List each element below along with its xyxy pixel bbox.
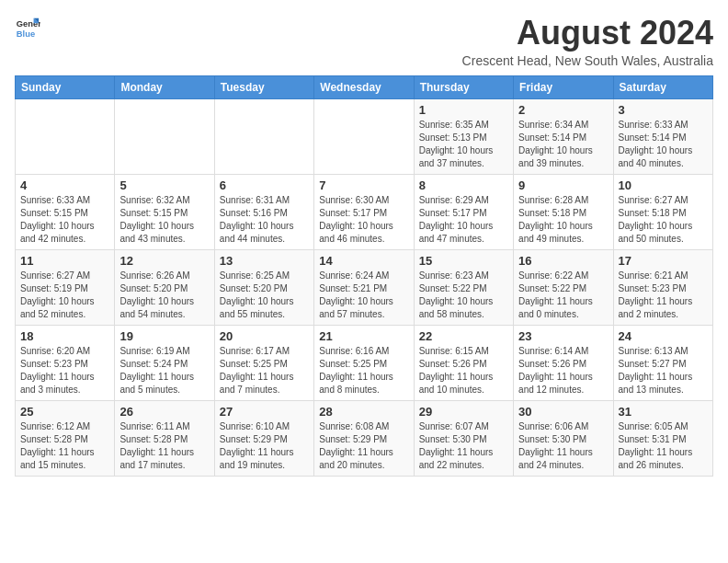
table-row: 13Sunrise: 6:25 AM Sunset: 5:20 PM Dayli… [214, 249, 313, 325]
week-row-0: 1Sunrise: 6:35 AM Sunset: 5:13 PM Daylig… [16, 98, 713, 174]
day-info: Sunrise: 6:19 AM Sunset: 5:24 PM Dayligh… [119, 345, 209, 396]
day-number: 11 [20, 254, 109, 268]
svg-text:Blue: Blue [17, 29, 35, 39]
table-row: 5Sunrise: 6:32 AM Sunset: 5:15 PM Daylig… [115, 174, 214, 249]
day-number: 6 [220, 178, 309, 192]
table-row: 14Sunrise: 6:24 AM Sunset: 5:21 PM Dayli… [314, 249, 414, 325]
day-number: 13 [220, 254, 309, 268]
day-number: 19 [119, 329, 209, 343]
table-row: 23Sunrise: 6:14 AM Sunset: 5:26 PM Dayli… [514, 325, 613, 400]
table-row: 10Sunrise: 6:27 AM Sunset: 5:18 PM Dayli… [613, 174, 712, 249]
week-row-3: 18Sunrise: 6:20 AM Sunset: 5:23 PM Dayli… [16, 325, 713, 400]
day-number: 31 [619, 405, 708, 419]
day-number: 21 [319, 329, 408, 343]
table-row: 17Sunrise: 6:21 AM Sunset: 5:23 PM Dayli… [613, 249, 712, 325]
table-row: 9Sunrise: 6:28 AM Sunset: 5:18 PM Daylig… [514, 174, 613, 249]
table-row: 25Sunrise: 6:12 AM Sunset: 5:28 PM Dayli… [16, 400, 115, 476]
logo-icon: General Blue [15, 15, 40, 40]
table-row: 7Sunrise: 6:30 AM Sunset: 5:17 PM Daylig… [314, 174, 414, 249]
day-info: Sunrise: 6:16 AM Sunset: 5:25 PM Dayligh… [319, 345, 408, 396]
table-row [314, 98, 414, 174]
day-number: 2 [518, 103, 608, 117]
day-number: 23 [518, 329, 608, 343]
table-row: 16Sunrise: 6:22 AM Sunset: 5:22 PM Dayli… [514, 249, 613, 325]
day-info: Sunrise: 6:14 AM Sunset: 5:26 PM Dayligh… [518, 345, 608, 396]
table-row: 12Sunrise: 6:26 AM Sunset: 5:20 PM Dayli… [115, 249, 214, 325]
day-info: Sunrise: 6:05 AM Sunset: 5:31 PM Dayligh… [619, 420, 708, 472]
table-row: 29Sunrise: 6:07 AM Sunset: 5:30 PM Dayli… [414, 400, 513, 476]
table-row: 2Sunrise: 6:34 AM Sunset: 5:14 PM Daylig… [514, 98, 613, 174]
day-number: 5 [119, 178, 209, 192]
day-number: 29 [419, 405, 508, 419]
header: General Blue August 2024 Crescent Head, … [15, 15, 713, 68]
day-number: 14 [319, 254, 408, 268]
table-row [115, 98, 214, 174]
table-row: 18Sunrise: 6:20 AM Sunset: 5:23 PM Dayli… [16, 325, 115, 400]
calendar-table: Sunday Monday Tuesday Wednesday Thursday… [15, 75, 713, 477]
day-info: Sunrise: 6:17 AM Sunset: 5:25 PM Dayligh… [220, 345, 309, 396]
day-info: Sunrise: 6:10 AM Sunset: 5:29 PM Dayligh… [220, 420, 309, 472]
day-number: 26 [119, 405, 209, 419]
header-saturday: Saturday [613, 75, 712, 98]
header-thursday: Thursday [414, 75, 513, 98]
table-row: 11Sunrise: 6:27 AM Sunset: 5:19 PM Dayli… [16, 249, 115, 325]
header-tuesday: Tuesday [214, 75, 313, 98]
table-row: 20Sunrise: 6:17 AM Sunset: 5:25 PM Dayli… [214, 325, 313, 400]
week-row-4: 25Sunrise: 6:12 AM Sunset: 5:28 PM Dayli… [16, 400, 713, 476]
day-info: Sunrise: 6:33 AM Sunset: 5:15 PM Dayligh… [20, 194, 109, 246]
day-info: Sunrise: 6:23 AM Sunset: 5:22 PM Dayligh… [419, 270, 508, 321]
table-row: 26Sunrise: 6:11 AM Sunset: 5:28 PM Dayli… [115, 400, 214, 476]
table-row: 8Sunrise: 6:29 AM Sunset: 5:17 PM Daylig… [414, 174, 513, 249]
table-row: 24Sunrise: 6:13 AM Sunset: 5:27 PM Dayli… [613, 325, 712, 400]
day-info: Sunrise: 6:15 AM Sunset: 5:26 PM Dayligh… [419, 345, 508, 396]
day-number: 9 [518, 178, 608, 192]
logo: General Blue [15, 15, 40, 40]
table-row: 27Sunrise: 6:10 AM Sunset: 5:29 PM Dayli… [214, 400, 313, 476]
day-info: Sunrise: 6:27 AM Sunset: 5:18 PM Dayligh… [619, 194, 708, 246]
day-number: 10 [619, 178, 708, 192]
calendar-subtitle: Crescent Head, New South Wales, Australi… [462, 53, 713, 68]
day-info: Sunrise: 6:13 AM Sunset: 5:27 PM Dayligh… [619, 345, 708, 396]
header-monday: Monday [115, 75, 214, 98]
header-wednesday: Wednesday [314, 75, 414, 98]
calendar-title: August 2024 [462, 15, 713, 52]
day-info: Sunrise: 6:24 AM Sunset: 5:21 PM Dayligh… [319, 270, 408, 321]
day-number: 8 [419, 178, 508, 192]
table-row: 15Sunrise: 6:23 AM Sunset: 5:22 PM Dayli… [414, 249, 513, 325]
table-row [214, 98, 313, 174]
table-row: 1Sunrise: 6:35 AM Sunset: 5:13 PM Daylig… [414, 98, 513, 174]
day-number: 28 [319, 405, 408, 419]
day-number: 12 [119, 254, 209, 268]
day-number: 4 [20, 178, 109, 192]
day-info: Sunrise: 6:33 AM Sunset: 5:14 PM Dayligh… [619, 119, 708, 170]
day-number: 27 [220, 405, 309, 419]
day-info: Sunrise: 6:20 AM Sunset: 5:23 PM Dayligh… [20, 345, 109, 396]
day-info: Sunrise: 6:25 AM Sunset: 5:20 PM Dayligh… [220, 270, 309, 321]
day-info: Sunrise: 6:07 AM Sunset: 5:30 PM Dayligh… [419, 420, 508, 472]
day-info: Sunrise: 6:31 AM Sunset: 5:16 PM Dayligh… [220, 194, 309, 246]
day-number: 15 [419, 254, 508, 268]
week-row-2: 11Sunrise: 6:27 AM Sunset: 5:19 PM Dayli… [16, 249, 713, 325]
day-info: Sunrise: 6:32 AM Sunset: 5:15 PM Dayligh… [119, 194, 209, 246]
table-row [16, 98, 115, 174]
day-info: Sunrise: 6:22 AM Sunset: 5:22 PM Dayligh… [518, 270, 608, 321]
table-row: 30Sunrise: 6:06 AM Sunset: 5:30 PM Dayli… [514, 400, 613, 476]
table-row: 4Sunrise: 6:33 AM Sunset: 5:15 PM Daylig… [16, 174, 115, 249]
day-number: 30 [518, 405, 608, 419]
table-row: 19Sunrise: 6:19 AM Sunset: 5:24 PM Dayli… [115, 325, 214, 400]
header-friday: Friday [514, 75, 613, 98]
day-number: 25 [20, 405, 109, 419]
day-info: Sunrise: 6:34 AM Sunset: 5:14 PM Dayligh… [518, 119, 608, 170]
day-info: Sunrise: 6:06 AM Sunset: 5:30 PM Dayligh… [518, 420, 608, 472]
table-row: 28Sunrise: 6:08 AM Sunset: 5:29 PM Dayli… [314, 400, 414, 476]
week-row-1: 4Sunrise: 6:33 AM Sunset: 5:15 PM Daylig… [16, 174, 713, 249]
day-number: 24 [619, 329, 708, 343]
day-info: Sunrise: 6:08 AM Sunset: 5:29 PM Dayligh… [319, 420, 408, 472]
day-number: 1 [419, 103, 508, 117]
day-info: Sunrise: 6:27 AM Sunset: 5:19 PM Dayligh… [20, 270, 109, 321]
table-row: 6Sunrise: 6:31 AM Sunset: 5:16 PM Daylig… [214, 174, 313, 249]
table-row: 3Sunrise: 6:33 AM Sunset: 5:14 PM Daylig… [613, 98, 712, 174]
day-number: 16 [518, 254, 608, 268]
day-info: Sunrise: 6:29 AM Sunset: 5:17 PM Dayligh… [419, 194, 508, 246]
weekday-header-row: Sunday Monday Tuesday Wednesday Thursday… [16, 75, 713, 98]
